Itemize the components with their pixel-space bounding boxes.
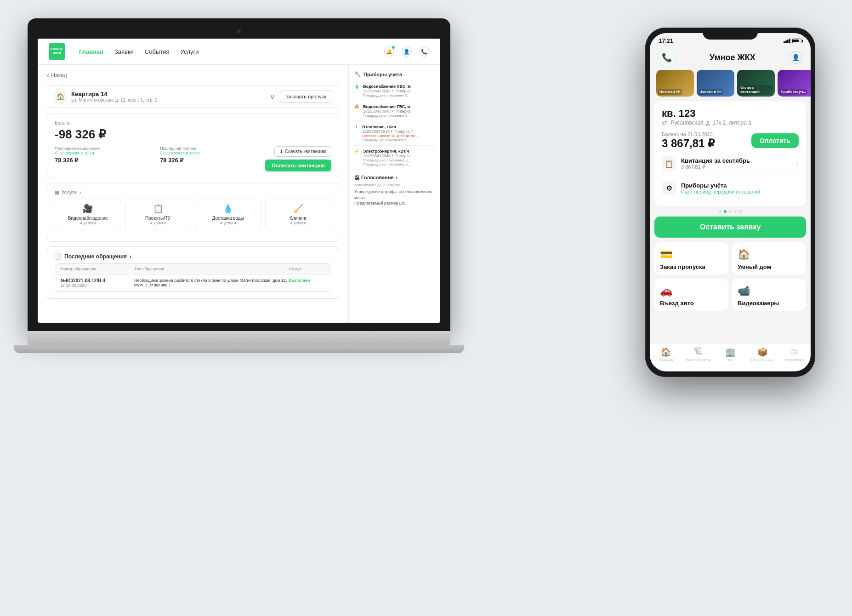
nav-item-requests[interactable]: Заявки: [114, 46, 134, 57]
desktop-content: Назад 🏠 Квартира 14 ул. Магнитогорская, …: [38, 65, 440, 323]
req-number: №КС/2021-08-12/В-4: [61, 278, 134, 283]
dot-5: [739, 210, 742, 213]
services-arrow-icon[interactable]: ›: [80, 190, 81, 195]
banner-meters[interactable]: Приборы уч...: [778, 70, 811, 97]
quick-action-car[interactable]: 🚗 Въезд авто: [654, 279, 728, 311]
meter-hot-water: 💧 Водоснабжение ХВС, м 162538473645 • По…: [354, 81, 435, 101]
col-type: Тип обращения: [134, 267, 289, 271]
apartment-icon: 🏠: [54, 90, 67, 103]
phone-apt-address: ул. Русановская, д. 17к.2, литера а: [662, 120, 799, 126]
meter-gws-row: 🔥 Водоснабжение ГВС, м 162538473645 • По…: [354, 104, 435, 118]
phone-outer: 17:21 📞 Умное ЖКХ 👤: [645, 28, 815, 377]
meter-elec-prev: Предыдущие показания, д...: [363, 158, 411, 162]
last-payment-date: ⏱ 20 апреля в 18:54: [160, 151, 256, 155]
meters-title: Приборы учёта: [681, 182, 799, 189]
notification-dot: [392, 46, 395, 49]
last-payment-val: 78 326 ₽: [160, 157, 256, 164]
bell-icon[interactable]: 🔔: [384, 46, 394, 57]
nav-marketplace[interactable]: 🛍 Marketplace: [778, 347, 811, 362]
nav-home[interactable]: 🏠 Главная: [650, 347, 682, 362]
meters-section-title: 🔧 Приборы учета: [354, 71, 435, 77]
download-receipt-button[interactable]: ⬇ Скачать квитанцию: [274, 146, 331, 157]
meters-subtitle: Идёт период передачи показаний: [681, 189, 799, 194]
phone-app-header: 📞 Умное ЖКХ 👤: [650, 46, 811, 70]
download-icon: ⬇: [279, 149, 283, 154]
meters-row[interactable]: ⚙ Приборы учёта Идёт период передачи пок…: [662, 176, 799, 200]
service-cleaning[interactable]: 🧹 Клининг 4 услуги: [265, 199, 332, 230]
dot-3: [729, 210, 732, 213]
quick-action-pass[interactable]: 💳 Заказ пропуска: [654, 242, 728, 275]
banner-requests[interactable]: Заявки в УК: [697, 70, 734, 97]
nav-item-events[interactable]: События: [145, 46, 170, 57]
nav-uk[interactable]: 🏢 УК: [714, 347, 746, 362]
nav-projects-label: Наши проекты: [686, 358, 710, 362]
cameras-icon: 📹: [738, 285, 750, 297]
meter-hws-name: Водоснабжение ХВС, м: [363, 84, 411, 89]
requests-title: Последние обращения: [64, 253, 127, 260]
nav-objects-icon: 📦: [757, 347, 767, 357]
col-number: Номер обращения: [61, 267, 134, 271]
back-link[interactable]: Назад: [47, 71, 339, 80]
nav-projects[interactable]: 🏗 Наши проекты: [682, 347, 714, 362]
phone-device: 17:21 📞 Умное ЖКХ 👤: [645, 28, 815, 386]
requests-arrow-icon[interactable]: ›: [130, 253, 131, 260]
services-title: Услуги: [62, 190, 77, 195]
service-projects-name: Проекты/ТУ: [129, 216, 187, 221]
balance-card: Баланс -98 326 ₽ Последнее начисление ⏱ …: [47, 114, 339, 178]
pass-button[interactable]: Заказать пропуск: [280, 91, 332, 103]
meter-elec-icon: ⚡: [354, 149, 359, 154]
quick-action-cameras[interactable]: 📹 Видеокамеры: [732, 279, 806, 311]
banner-news-label: Новости УК: [658, 89, 682, 95]
apartment-address: ул. Магнитогорская, д. 12, корп. 1, стр.…: [71, 97, 265, 103]
meter-hws-id: 162538473645 • Поверка: [363, 89, 411, 93]
nav-home-label: Главная: [659, 358, 673, 362]
nav-item-services[interactable]: Услуги: [181, 46, 199, 57]
nav-objects[interactable]: 📦 Мои объекты: [746, 347, 778, 362]
quick-action-smart-home[interactable]: 🏠 Умный дом: [732, 242, 806, 275]
nav-item-home[interactable]: Главная: [79, 46, 103, 57]
phone-icon[interactable]: 📞: [419, 46, 429, 57]
battery-icon: [792, 39, 801, 43]
apartment-name: Квартира 14: [71, 91, 265, 97]
meter-elec-id: 162538473645 • Поверка: [363, 154, 411, 158]
service-projects[interactable]: 📋 Проекты/ТУ 4 услуги: [125, 199, 192, 230]
balance-label: Баланс: [55, 120, 331, 125]
laptop-device: УМНОЕ ЖКХ Главная Заявки События Услуги …: [28, 18, 450, 395]
nav-uk-icon: 🏢: [725, 347, 735, 357]
phone-pay-button[interactable]: Оплатить: [751, 133, 799, 148]
apartment-bar: 🏠 Квартира 14 ул. Магнитогорская, д. 12,…: [47, 85, 339, 108]
phone-user-icon[interactable]: 👤: [790, 51, 802, 64]
apartment-info: Квартира 14 ул. Магнитогорская, д. 12, к…: [71, 91, 265, 103]
cameras-label: Видеокамеры: [738, 300, 779, 307]
banner-meters-img: Приборы уч...: [778, 70, 811, 97]
desktop-header-icons: 🔔 👤 📞: [384, 46, 429, 57]
banner-news[interactable]: Новости УК: [656, 70, 694, 97]
user-icon[interactable]: 👤: [402, 46, 412, 57]
balance-row: Последнее начисление ⏱ 20 апреля в 18:54…: [55, 146, 331, 171]
meter-heat-prev: Предыдущие показания 5,: [362, 138, 418, 142]
laptop-base: [28, 331, 450, 345]
voting-arrow-icon[interactable]: ›: [396, 175, 398, 180]
smart-home-label: Умный дом: [738, 263, 771, 270]
services-grid: 🎥 Видеонаблюдение 4 услуги 📋 Проекты/ТУ …: [55, 199, 331, 230]
logo-icon: УМНОЕ ЖКХ: [49, 43, 65, 60]
apartment-chevron-icon[interactable]: ∨: [270, 92, 275, 101]
status-icons: [784, 39, 801, 43]
banner-meters-label: Приборы уч...: [779, 89, 807, 95]
receipt-title: Квитанция за сентябрь: [681, 157, 792, 164]
banner-payment[interactable]: Оплата квитанций: [737, 70, 775, 97]
pass-order-label: Заказ пропуска: [660, 263, 705, 270]
pay-receipt-button[interactable]: Оплатить квитанцию: [265, 160, 331, 171]
dot-1: [719, 210, 721, 213]
meter-elec-row: ⚡ Электроэнергия, кВт/ч 162538473645 • П…: [354, 149, 435, 166]
req-type-cell: Необходима замена разбитого стекла в окн…: [134, 278, 289, 287]
service-videosurveillance[interactable]: 🎥 Видеонаблюдение 4 услуги: [55, 199, 121, 230]
leave-request-button[interactable]: Оставить заявку: [654, 217, 806, 238]
banner-requests-img: Заявки в УК: [697, 70, 734, 97]
service-water-count: 4 услуги: [199, 221, 257, 225]
meter-heating: 🌡 Отопление, гКал 162538473645 • Поверка…: [354, 121, 435, 146]
service-projects-count: 4 услуги: [129, 221, 187, 225]
service-water[interactable]: 💧 Доставка воды 4 услуги: [195, 199, 261, 230]
meter-heat-row: 🌡 Отопление, гКал 162538473645 • Поверка…: [354, 125, 435, 142]
receipt-row[interactable]: 📋 Квитанция за сентябрь 3 867.81 ₽ ›: [662, 152, 799, 176]
